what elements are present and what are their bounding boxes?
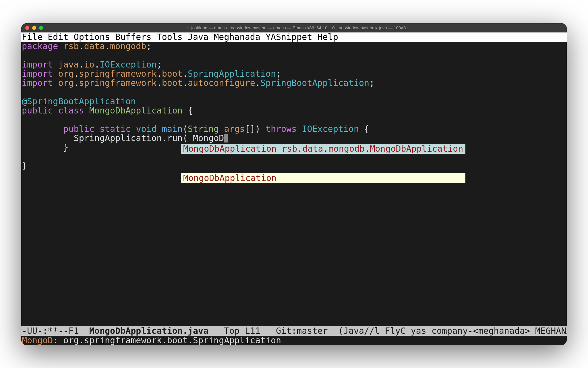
obrace: { xyxy=(183,105,193,115)
completion-popup: MongoDbApplication rsb.data.mongodb.Mong… xyxy=(181,124,465,203)
annotation: @SpringBootApplication xyxy=(22,96,136,106)
dot: . xyxy=(74,69,79,79)
dot: . xyxy=(183,78,188,88)
close-icon[interactable] xyxy=(25,26,29,30)
modeline-rest: Top L11 Git:master (Java//l FlyC yas com… xyxy=(208,326,567,336)
minibuffer-value: org.springframework.boot.SpringApplicati… xyxy=(63,335,281,345)
zoom-icon[interactable] xyxy=(39,26,43,30)
kw-package: package xyxy=(22,41,58,51)
indent xyxy=(22,142,63,152)
menu-buffers[interactable]: Buffers xyxy=(115,32,151,42)
dot: . xyxy=(79,59,84,70)
modeline-filename: MongoDbApplication.java xyxy=(89,326,208,336)
minimize-icon[interactable] xyxy=(32,26,36,30)
i3-boot: boot xyxy=(162,78,183,88)
dot: . xyxy=(79,41,84,51)
mode-line: -UU-:**--F1 MongoDbApplication.java Top … xyxy=(21,326,567,336)
kw-void: void xyxy=(136,124,156,134)
fn-main: main xyxy=(162,124,183,134)
dot: . xyxy=(74,78,79,88)
traffic-lights xyxy=(25,26,43,30)
i1-io: io xyxy=(84,59,94,70)
minibuffer-key: MongoD xyxy=(22,335,53,345)
dot: . xyxy=(162,133,167,143)
stage: { "titlebar": { "home_glyph": "⌂", "text… xyxy=(0,0,588,368)
dot: . xyxy=(255,78,260,88)
minibuffer-sep: : xyxy=(53,335,63,345)
indent xyxy=(22,124,63,134)
i1-ioexception: IOException xyxy=(100,59,157,70)
i2-boot: boot xyxy=(162,69,183,79)
pkg-data: data xyxy=(84,41,105,51)
window-title: ⌂joshlong — emacs --no-window-system — e… xyxy=(180,23,408,35)
semi: ; xyxy=(276,69,281,79)
menu-edit[interactable]: Edit xyxy=(48,32,68,42)
terminal-window: ⌂joshlong — emacs --no-window-system — e… xyxy=(21,23,567,345)
semi: ; xyxy=(369,78,374,88)
i3-spring: springframework xyxy=(79,78,157,88)
home-icon: ⌂ xyxy=(187,25,189,30)
pkg-mongodb: mongodb xyxy=(110,41,146,51)
completion-item-selected[interactable]: MongoDbApplication rsb.data.mongodb.Mong… xyxy=(181,144,465,154)
menu-file[interactable]: File xyxy=(22,32,42,42)
kw-static: static xyxy=(100,124,131,134)
dot: . xyxy=(183,69,188,79)
window-title-text: joshlong — emacs --no-window-system — em… xyxy=(191,25,408,30)
kw-class: class xyxy=(58,105,84,115)
modeline-left: -UU-:**--F1 xyxy=(22,326,89,336)
shadow-wrap: { "titlebar": { "home_glyph": "⌂", "text… xyxy=(21,23,567,345)
i2-spring: springframework xyxy=(79,69,157,79)
menu-tools[interactable]: Tools xyxy=(157,32,183,42)
dot: . xyxy=(157,78,162,88)
kw-public: public xyxy=(63,124,94,134)
i1-java: java xyxy=(53,59,79,70)
i2-springapp: SpringApplication xyxy=(188,69,276,79)
semi: ; xyxy=(157,59,162,70)
cbrace-inner: } xyxy=(63,142,69,152)
minibuffer[interactable]: MongoD: org.springframework.boot.SpringA… xyxy=(21,336,567,345)
i3-autoconf: autoconfigure xyxy=(188,78,255,88)
code-buffer[interactable]: package rsb.data.mongodb; import java.io… xyxy=(21,42,567,207)
call-run: run xyxy=(167,133,183,143)
titlebar[interactable]: ⌂joshlong — emacs --no-window-system — e… xyxy=(21,23,567,32)
dot: . xyxy=(105,41,110,51)
dot: . xyxy=(157,69,162,79)
indent xyxy=(22,133,74,143)
pkg-rsb: rsb xyxy=(58,41,79,51)
i3-org: org xyxy=(53,78,74,88)
class-name: MongoDbApplication xyxy=(89,105,183,115)
i3-sba: SpringBootApplication xyxy=(260,78,369,88)
kw-import: import xyxy=(22,78,53,88)
cbrace-outer: } xyxy=(22,161,27,171)
call-obj: SpringApplication xyxy=(74,133,162,143)
completion-item[interactable]: MongoDbApplication xyxy=(181,173,465,183)
kw-import: import xyxy=(22,59,53,70)
menu-options[interactable]: Options xyxy=(74,32,110,42)
i2-org: org xyxy=(53,69,74,79)
kw-import: import xyxy=(22,69,53,79)
kw-public: public xyxy=(22,105,53,115)
dot: . xyxy=(94,59,100,70)
semi: ; xyxy=(146,41,152,51)
